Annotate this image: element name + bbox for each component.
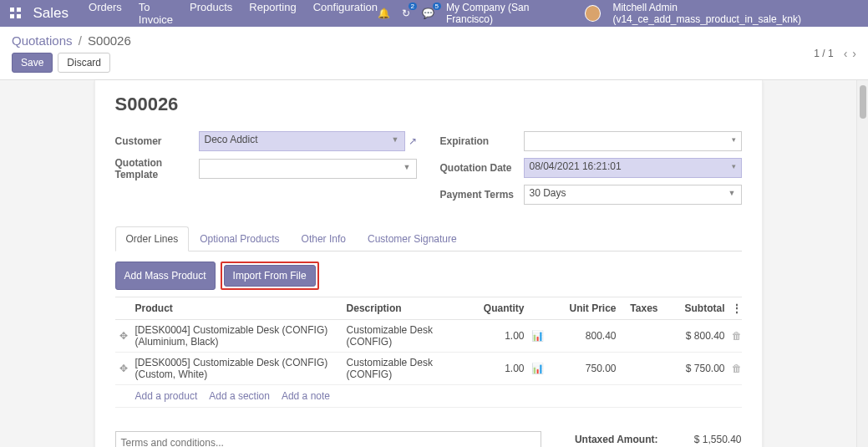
label-quotation-template: Quotation Template (115, 157, 199, 180)
apps-icon[interactable] (10, 8, 22, 19)
expiration-field[interactable]: ▾ (524, 131, 742, 151)
import-from-file-button[interactable]: Import From File (224, 265, 316, 287)
row-taxes[interactable] (620, 364, 662, 373)
breadcrumb-root[interactable]: Quotations (12, 33, 73, 48)
quotation-date-value: 08/04/2021 16:21:01 (530, 160, 622, 172)
menu-orders[interactable]: Orders (89, 1, 122, 26)
chevron-down-icon: ▾ (732, 162, 736, 170)
label-expiration: Expiration (440, 135, 524, 147)
col-menu-icon[interactable]: ⋮ (728, 297, 742, 319)
menu-products[interactable]: Products (190, 1, 232, 26)
tab-optional-products[interactable]: Optional Products (189, 226, 290, 251)
main-menu: Orders To Invoice Products Reporting Con… (89, 1, 378, 26)
scrollbar[interactable] (856, 80, 868, 447)
untaxed-value: $ 1,550.40 (675, 434, 742, 445)
subbar: Quotations / S00026 Save Discard 1 / 1 ‹… (0, 27, 868, 80)
graph-icon[interactable]: 📊 (528, 358, 545, 378)
pager-next-icon[interactable]: › (852, 47, 856, 60)
doc-title: S00026 (115, 94, 742, 115)
drag-handle-icon[interactable]: ✥ (115, 358, 132, 378)
row-product[interactable]: [DESK0004] Customizable Desk (CONFIG) (A… (132, 320, 343, 352)
refresh-icon[interactable]: ↻2 (402, 8, 410, 19)
scrollbar-thumb[interactable] (860, 85, 866, 119)
pager-text: 1 / 1 (814, 48, 833, 59)
col-unit-price[interactable]: Unit Price (545, 297, 620, 319)
topbar: Sales Orders To Invoice Products Reporti… (0, 0, 868, 27)
row-quantity[interactable]: 1.00 (470, 358, 528, 378)
add-mass-product-button[interactable]: Add Mass Product (115, 262, 216, 290)
breadcrumb-separator: / (79, 33, 82, 48)
col-quantity[interactable]: Quantity (470, 297, 528, 319)
row-quantity[interactable]: 1.00 (470, 326, 528, 346)
app-title[interactable]: Sales (33, 5, 69, 22)
chevron-down-icon: ▼ (728, 189, 736, 197)
row-description[interactable]: Customizable Desk (CONFIG) (343, 320, 470, 352)
pager-prev-icon[interactable]: ‹ (844, 47, 848, 60)
quotation-date-field[interactable]: 08/04/2021 16:21:01 ▾ (524, 158, 742, 178)
label-quotation-date: Quotation Date (440, 162, 524, 174)
menu-to-invoice[interactable]: To Invoice (139, 1, 173, 26)
row-product[interactable]: [DESK0005] Customizable Desk (CONFIG) (C… (132, 353, 343, 384)
form-card: S00026 Customer Deco Addict ▼ ↗ Quotatio… (94, 80, 763, 447)
terms-textarea[interactable] (115, 431, 541, 447)
row-taxes[interactable] (620, 332, 662, 340)
messages-badge: 5 (433, 3, 441, 10)
table-row[interactable]: ✥ [DESK0004] Customizable Desk (CONFIG) … (115, 320, 742, 353)
customer-value: Deco Addict (205, 134, 258, 145)
row-subtotal: $ 800.40 (662, 326, 728, 346)
add-note-link[interactable]: Add a note (282, 390, 330, 402)
save-button[interactable]: Save (12, 53, 53, 73)
menu-configuration[interactable]: Configuration (313, 1, 378, 26)
table-row[interactable]: ✥ [DESK0005] Customizable Desk (CONFIG) … (115, 353, 742, 385)
messages-icon[interactable]: 💬5 (422, 8, 434, 19)
row-subtotal: $ 750.00 (662, 358, 728, 378)
import-highlight: Import From File (221, 262, 319, 290)
col-product[interactable]: Product (132, 297, 343, 319)
breadcrumb-current: S00026 (88, 33, 131, 48)
label-payment-terms: Payment Terms (440, 189, 524, 201)
col-taxes[interactable]: Taxes (620, 297, 662, 319)
chevron-down-icon: ▼ (404, 163, 411, 171)
row-unit-price[interactable]: 750.00 (545, 358, 620, 378)
payment-terms-value: 30 Days (530, 187, 566, 199)
chevron-down-icon: ▼ (392, 135, 399, 144)
tab-order-lines[interactable]: Order Lines (115, 226, 190, 251)
tab-other-info[interactable]: Other Info (291, 226, 357, 251)
avatar[interactable] (585, 5, 601, 22)
company-name[interactable]: My Company (San Francisco) (446, 2, 573, 25)
col-subtotal[interactable]: Subtotal (662, 297, 728, 319)
untaxed-label: Untaxed Amount: (575, 434, 658, 445)
breadcrumb: Quotations / S00026 (12, 33, 131, 48)
external-link-icon[interactable]: ↗ (409, 135, 417, 147)
graph-icon[interactable]: 📊 (528, 326, 545, 346)
row-unit-price[interactable]: 800.40 (545, 326, 620, 346)
add-section-link[interactable]: Add a section (209, 390, 270, 402)
add-product-link[interactable]: Add a product (135, 390, 198, 402)
refresh-badge: 2 (409, 3, 417, 10)
discard-button[interactable]: Discard (58, 53, 110, 73)
customer-field[interactable]: Deco Addict ▼ (199, 131, 405, 151)
label-customer: Customer (115, 135, 199, 147)
col-description[interactable]: Description (343, 297, 470, 319)
payment-terms-field[interactable]: 30 Days ▼ (524, 185, 742, 205)
delete-icon[interactable]: 🗑 (728, 326, 742, 346)
tab-customer-signature[interactable]: Customer Signature (357, 226, 468, 251)
chevron-down-icon: ▾ (732, 135, 736, 144)
drag-handle-icon[interactable]: ✥ (115, 326, 132, 346)
order-lines-grid: Product Description Quantity Unit Price … (115, 297, 742, 408)
tabs: Order Lines Optional Products Other Info… (115, 226, 742, 251)
totals: Untaxed Amount: $ 1,550.40 Taxes: $ 0.00… (558, 431, 742, 447)
delete-icon[interactable]: 🗑 (728, 358, 742, 378)
row-description[interactable]: Customizable Desk (CONFIG) (343, 353, 470, 384)
menu-reporting[interactable]: Reporting (249, 1, 296, 26)
user-name[interactable]: Mitchell Admin (v14_ce_add_mass_product_… (612, 2, 858, 25)
bell-icon[interactable]: 🔔 (378, 8, 390, 19)
quotation-template-field[interactable]: ▼ (199, 159, 417, 179)
